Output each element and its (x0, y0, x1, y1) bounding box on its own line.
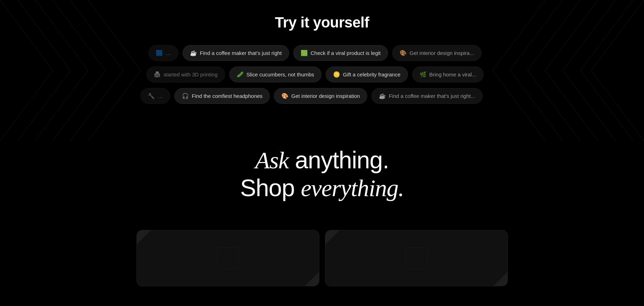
chips-row-3: 🔧 … 🎧 Find the comfiest headphones 🎨 Get… (0, 88, 644, 104)
try-section: Try it yourself 🟦 … ☕ Find a coffee make… (0, 0, 644, 118)
chip-viral-check[interactable]: 🟩 Check if a viral product is legit (293, 45, 388, 61)
chip-label: Get interior design inspiration (291, 93, 360, 99)
chip-coffee[interactable]: ☕ Find a coffee maker that's just right (183, 45, 289, 61)
chip-label: Gift a celebrity fragrance (343, 71, 400, 77)
chip-partial-left-3[interactable]: 🔧 … (140, 88, 170, 104)
hero-line-1: Ask anything. (7, 146, 637, 174)
chip-label: started with 3D printing (164, 71, 217, 77)
chip-headphones[interactable]: 🎧 Find the comfiest headphones (174, 88, 270, 104)
chip-icon: 🟦 (156, 50, 163, 56)
chip-interior-design-2[interactable]: 🎨 Get interior design inspiration (274, 88, 367, 104)
chip-interior-design[interactable]: 🎨 Get interior design inspira... (392, 45, 481, 61)
chips-container: 🟦 … ☕ Find a coffee maker that's just ri… (0, 45, 644, 104)
chip-label: … (166, 50, 171, 56)
chip-icon: 🖨️ (154, 71, 161, 78)
chip-label: Bring home a viral... (429, 71, 476, 77)
corner-decoration-tl (325, 230, 339, 244)
chip-coffee-partial[interactable]: ☕ Find a coffee maker that's just right.… (371, 88, 482, 104)
hero-everything: everything. (301, 175, 404, 201)
chip-label: … (158, 93, 163, 99)
hero-line-2: Shop everything. (7, 174, 637, 202)
corner-decoration-br (305, 272, 319, 286)
chip-icon: 🌿 (420, 71, 427, 78)
corner-decoration-tl (137, 230, 151, 244)
hero-ask: Ask (255, 147, 288, 174)
section-title: Try it yourself (0, 14, 644, 31)
chip-label: Slice cucumbers, not thumbs (247, 71, 314, 77)
chip-icon: 🥒 (237, 71, 244, 78)
chip-icon: 🪙 (333, 71, 340, 78)
chip-icon: 🎧 (182, 93, 189, 99)
cards-section (0, 223, 644, 293)
card-right[interactable] (325, 230, 508, 286)
chip-partial-left-1[interactable]: 🟦 … (148, 45, 178, 61)
chip-icon: 🎨 (400, 50, 407, 56)
chip-label: Find a coffee maker that's just right (200, 50, 282, 56)
chip-icon: 🟩 (301, 50, 308, 56)
chip-icon: ☕ (190, 50, 197, 56)
hero-text: Ask anything. Shop everything. (7, 146, 637, 202)
corner-decoration-br (493, 272, 508, 286)
card-left[interactable] (136, 230, 319, 286)
chip-label: Find the comfiest headphones (192, 93, 262, 99)
hero-section: Ask anything. Shop everything. (0, 118, 644, 223)
chip-cucumbers[interactable]: 🥒 Slice cucumbers, not thumbs (229, 67, 322, 82)
chips-row-2: 🖨️ started with 3D printing 🥒 Slice cucu… (0, 67, 644, 82)
chip-viral-home[interactable]: 🌿 Bring home a viral... (412, 67, 484, 82)
chip-3d-partial[interactable]: 🖨️ started with 3D printing (146, 67, 225, 82)
chip-label: Find a coffee maker that's just right... (389, 93, 475, 99)
chip-icon: 🎨 (281, 93, 288, 99)
chip-icon: 🔧 (148, 93, 155, 99)
hero-anything: anything. (289, 146, 389, 173)
chips-row-1: 🟦 … ☕ Find a coffee maker that's just ri… (0, 45, 644, 61)
chip-icon: ☕ (379, 93, 386, 99)
chip-label: Get interior design inspira... (409, 50, 474, 56)
chip-label: Check if a viral product is legit (311, 50, 381, 56)
chip-fragrance[interactable]: 🪙 Gift a celebrity fragrance (326, 67, 408, 82)
hero-shop: Shop (240, 174, 301, 201)
